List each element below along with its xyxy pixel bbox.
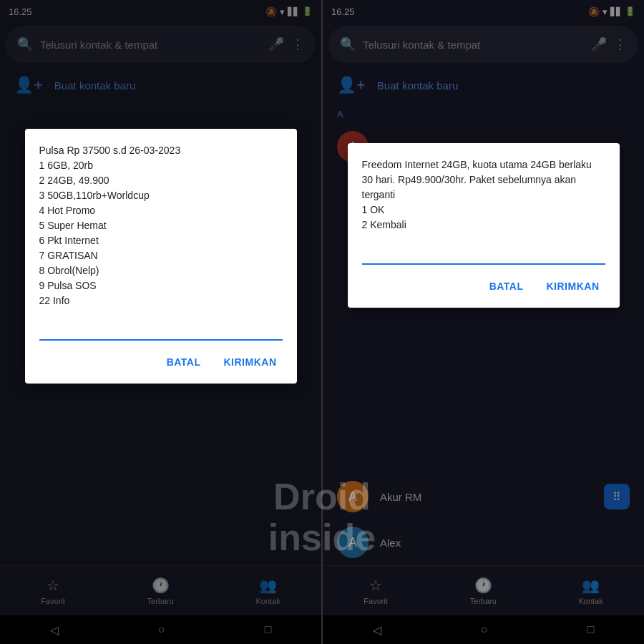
left-dialog-message: Pulsa Rp 37500 s.d 26-03-2023 1 6GB, 20r… bbox=[39, 143, 283, 308]
left-dialog-actions: BATAL KIRIMKAN bbox=[39, 352, 283, 372]
left-dialog-overlay: Pulsa Rp 37500 s.d 26-03-2023 1 6GB, 20r… bbox=[0, 0, 321, 644]
right-dialog-message: Freedom Internet 24GB, kuota utama 24GB … bbox=[362, 157, 605, 233]
left-screen: 16.25 🔕 ▾ ▋▋ 🔋 🔍 Telusuri kontak & tempa… bbox=[0, 0, 321, 644]
right-send-button[interactable]: KIRIMKAN bbox=[541, 276, 605, 296]
left-dialog-input[interactable] bbox=[39, 320, 283, 341]
right-screen: 16.25 🔕 ▾ ▋▋ 🔋 🔍 Telusuri kontak & tempa… bbox=[323, 0, 644, 644]
right-dialog-input[interactable] bbox=[362, 244, 605, 265]
left-send-button[interactable]: KIRIMKAN bbox=[218, 352, 283, 372]
left-cancel-button[interactable]: BATAL bbox=[161, 352, 207, 372]
right-dialog-actions: BATAL KIRIMKAN bbox=[362, 276, 605, 296]
right-dialog-overlay: Freedom Internet 24GB, kuota utama 24GB … bbox=[323, 0, 644, 644]
right-cancel-button[interactable]: BATAL bbox=[484, 276, 530, 296]
left-dialog: Pulsa Rp 37500 s.d 26-03-2023 1 6GB, 20r… bbox=[25, 129, 297, 384]
right-dialog: Freedom Internet 24GB, kuota utama 24GB … bbox=[348, 143, 620, 308]
